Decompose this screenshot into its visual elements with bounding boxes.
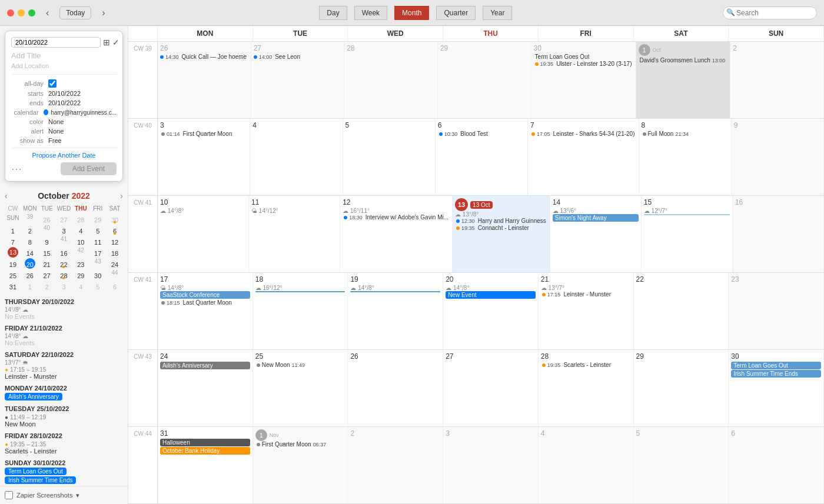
mini-day-29[interactable]: 29 — [75, 269, 86, 280]
close-button[interactable] — [7, 9, 14, 16]
daynum-24[interactable]: 24 — [160, 352, 250, 361]
daynum-20[interactable]: 20 — [446, 275, 536, 283]
mini-day-30-sep[interactable]: 30 — [109, 213, 120, 224]
event-saas-17[interactable]: SaaStock Conference — [160, 291, 250, 299]
mini-day-26[interactable]: 26 — [25, 269, 35, 280]
daynum-7[interactable]: 7 — [530, 121, 636, 129]
daynum-18[interactable]: 18 — [255, 275, 345, 283]
mini-day-19[interactable]: 19 — [8, 258, 18, 269]
event-ulster[interactable]: 19:35 Ulster - Leinster 13-20 (3-17) — [534, 61, 633, 67]
daynum-11[interactable]: 11 — [251, 198, 337, 206]
mini-day-27-sep[interactable]: 27 — [58, 213, 69, 224]
event-quickcall[interactable]: 14:30 Quick Call — Joe hoeme — [160, 54, 248, 60]
zapier-checkbox[interactable] — [5, 491, 13, 499]
mini-cal-prev[interactable]: ‹ — [5, 191, 8, 201]
daynum-5[interactable]: 5 — [345, 121, 433, 129]
daynum-27[interactable]: 27 — [446, 352, 536, 361]
event-harry[interactable]: 12:30 Harry and Harry Guinness — [455, 218, 547, 224]
daynum-10[interactable]: 10 — [160, 198, 246, 206]
daynum-15[interactable]: 15 — [644, 198, 730, 206]
event-davids[interactable]: David's Groomsmen Lunch 13:00 — [639, 57, 728, 64]
daynum-29[interactable]: 29 — [636, 352, 726, 361]
daynum-4-nov[interactable]: 4 — [541, 429, 631, 438]
event-adobe[interactable]: 18:30 Interview w/ Adobe's Gavin Mi... — [343, 214, 450, 221]
daynum-26-sep[interactable]: 26 — [160, 44, 248, 52]
mini-day-9[interactable]: 9 — [42, 236, 52, 246]
event-leinster-munster-21[interactable]: 17:15 Leinster - Munster — [541, 291, 631, 298]
daynum-28-sep[interactable]: 28 — [347, 44, 435, 52]
daynum-5-nov[interactable]: 5 — [636, 429, 726, 438]
event-ailish-24[interactable]: Ailish's Anniversary — [160, 362, 250, 369]
daynum-1-oct[interactable]: 1Oct — [639, 44, 728, 56]
mini-day-31[interactable]: 31 — [8, 281, 18, 291]
tab-month[interactable]: Month — [394, 6, 429, 20]
mini-day-7[interactable]: 7 — [8, 236, 18, 246]
daynum-30[interactable]: 30 — [731, 352, 821, 361]
mini-day-8[interactable]: 8 — [25, 236, 35, 246]
daynum-29-sep[interactable]: 29 — [440, 44, 529, 52]
daynum-12[interactable]: 12 — [343, 198, 450, 206]
nav-next-button[interactable]: › — [98, 6, 108, 19]
event-lqmoon[interactable]: 18:15 Last Quarter Moon — [160, 299, 250, 306]
mini-day-6-nov[interactable]: 6 — [109, 281, 120, 291]
popup-add-title[interactable]: Add Title — [11, 51, 117, 60]
daynum-9[interactable]: 9 — [734, 121, 821, 129]
event-saas-18[interactable] — [255, 291, 345, 292]
zapier-bar[interactable]: Zapier Screenshots ▾ — [0, 486, 128, 504]
daynum-3-nov[interactable]: 3 — [446, 429, 536, 438]
mini-day-24[interactable]: 24 — [109, 258, 120, 269]
popup-add-location[interactable]: Add Location — [11, 62, 117, 75]
mini-day-2-nov[interactable]: 2 — [42, 281, 52, 291]
daynum-23[interactable]: 23 — [731, 275, 821, 283]
event-fullmoon[interactable]: Full Moon 21:34 — [642, 131, 729, 137]
nav-prev-button[interactable]: ‹ — [42, 6, 52, 19]
mini-day-15[interactable]: 15 — [42, 247, 52, 258]
tab-day[interactable]: Day — [319, 6, 347, 20]
event-fqmoon-nov[interactable]: First Quarter Moon 06:37 — [255, 441, 345, 448]
event-fqmoon-3[interactable]: 01:14 First Quarter Moon — [160, 131, 247, 137]
search-input[interactable] — [723, 6, 817, 19]
event-termloan-sep[interactable]: Term Loan Goes Out — [534, 54, 633, 60]
allday-checkbox[interactable] — [48, 79, 57, 88]
daynum-13[interactable]: 13 — [455, 198, 468, 211]
daynum-2-oct[interactable]: 2 — [733, 44, 821, 52]
mini-day-30[interactable]: 30 — [92, 269, 103, 280]
event-irish-30[interactable]: Irish Summer Time Ends — [731, 370, 821, 378]
event-term-30[interactable]: Term Loan Goes Out — [731, 362, 821, 369]
mini-day-2-oct[interactable]: 2 — [25, 225, 35, 235]
mini-day-17[interactable]: 17 — [92, 247, 103, 258]
mini-day-27[interactable]: 27 — [42, 269, 52, 280]
mini-day-5[interactable]: 5 — [92, 225, 103, 235]
event-saas-19[interactable] — [350, 291, 440, 292]
tab-week[interactable]: Week — [354, 6, 387, 20]
expand-icon[interactable]: ⋯ — [11, 162, 22, 175]
mini-day-14[interactable]: 14 — [25, 247, 35, 258]
date-input[interactable] — [11, 37, 101, 48]
mini-day-22[interactable]: 22 — [58, 258, 69, 269]
mini-day-12[interactable]: 12 — [109, 236, 120, 246]
add-event-button[interactable]: Add Event — [61, 162, 117, 175]
mini-day-23[interactable]: 23 — [75, 258, 86, 269]
daynum-6-nov[interactable]: 6 — [731, 429, 821, 438]
minimize-button[interactable] — [18, 9, 25, 16]
propose-link[interactable]: Propose Another Date — [11, 152, 117, 159]
daynum-22[interactable]: 22 — [636, 275, 726, 283]
mini-day-20[interactable]: 20 — [25, 258, 35, 269]
today-button[interactable]: Today — [59, 6, 91, 19]
mini-day-5-nov[interactable]: 5 — [92, 281, 103, 291]
daynum-30-sep[interactable]: 30 — [534, 44, 633, 52]
tab-year[interactable]: Year — [483, 6, 512, 20]
event-halloween-31[interactable]: Halloween — [160, 439, 250, 446]
event-newmoon-25[interactable]: New Moon 11:49 — [255, 362, 345, 368]
event-bank-31[interactable]: October Bank Holiday — [160, 447, 250, 455]
calendar-icon-btn[interactable]: ⊞ — [103, 38, 110, 47]
mini-day-11[interactable]: 11 — [92, 236, 103, 246]
mini-day-18[interactable]: 18 — [109, 247, 120, 258]
daynum-8[interactable]: 8 — [642, 121, 729, 129]
daynum-16[interactable]: 16 — [735, 198, 821, 206]
mini-day-25[interactable]: 25 — [8, 269, 18, 280]
mini-day-13[interactable]: 13 — [8, 247, 18, 258]
daynum-6[interactable]: 6 — [438, 121, 525, 129]
event-leinster-sharks[interactable]: 17:05 Leinster - Sharks 54-34 (21-20) — [530, 131, 636, 137]
daynum-14[interactable]: 14 — [553, 198, 639, 206]
